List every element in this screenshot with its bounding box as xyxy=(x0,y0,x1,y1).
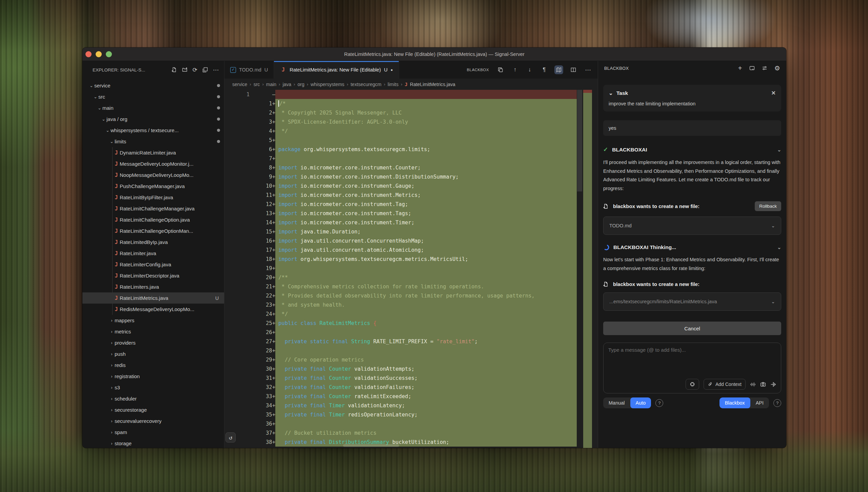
new-folder-icon[interactable] xyxy=(182,67,188,73)
file-dropdown-1[interactable]: TODO.md ⌄ xyxy=(603,217,781,235)
minimize-window-button[interactable] xyxy=(96,51,102,57)
code-line[interactable]: 35+ private final Timer redisOperationLa… xyxy=(224,410,577,419)
help-icon[interactable]: ? xyxy=(655,399,663,407)
tree-file-ratelimiter-java[interactable]: JRateLimiter.java xyxy=(82,248,224,259)
code-line[interactable]: 8+import io.micrometer.core.instrument.C… xyxy=(224,163,577,172)
send-icon[interactable] xyxy=(770,382,776,387)
code-line[interactable]: 7+ xyxy=(224,154,577,163)
provider-option-api[interactable]: API xyxy=(750,397,769,408)
code-line[interactable]: 29+ // Core operation metrics xyxy=(224,355,577,364)
plus-icon[interactable]: + xyxy=(738,64,742,72)
minimap[interactable] xyxy=(583,90,592,448)
code-line[interactable]: 32+ private final Counter validationFail… xyxy=(224,383,577,392)
tree-folder-whispersystems-textsecure-[interactable]: ⌄whispersystems / textsecure... xyxy=(82,125,224,136)
split-icon[interactable] xyxy=(569,65,578,74)
code-line[interactable]: 15+import java.time.Duration; xyxy=(224,227,577,236)
code-line[interactable]: 1+/* xyxy=(224,99,577,108)
pilcrow-icon[interactable]: ¶ xyxy=(540,65,549,74)
tree-file-ratelimiterdescriptor-java[interactable]: JRateLimiterDescriptor.java xyxy=(82,270,224,281)
gear-icon[interactable]: ⚙ xyxy=(774,64,780,72)
tree-folder-main[interactable]: ⌄main xyxy=(82,102,224,114)
code-line[interactable]: 4+ */ xyxy=(224,126,577,136)
tree-folder-src[interactable]: ⌄src xyxy=(82,91,224,102)
code-line[interactable]: 14+import io.micrometer.core.instrument.… xyxy=(224,218,577,227)
breadcrumb-item[interactable]: textsecuregcm xyxy=(351,82,381,87)
thinking-header[interactable]: BLACKBOXAI Thinking... ⌄ xyxy=(603,244,781,250)
code-line[interactable]: 12+import io.micrometer.core.instrument.… xyxy=(224,200,577,209)
code-line[interactable]: 10+import io.micrometer.core.instrument.… xyxy=(224,181,577,190)
tree-file-pushchallengemanager-java[interactable]: JPushChallengeManager.java xyxy=(82,181,224,192)
tree-file-messagedeliveryloopmonitor-j-[interactable]: JMessageDeliveryLoopMonitor.j... xyxy=(82,158,224,169)
arrow-up-icon[interactable]: ↑ xyxy=(511,65,519,74)
code-line[interactable]: 24+ */ xyxy=(224,309,577,319)
tree-folder-securevaluerecovery[interactable]: ›securevaluerecovery xyxy=(82,415,224,427)
rollback-float-button[interactable]: ↺ xyxy=(225,432,236,443)
tree-file-noopmessagedeliveryloopmo-[interactable]: JNoopMessageDeliveryLoopMo... xyxy=(82,169,224,181)
camera-icon[interactable] xyxy=(760,382,766,387)
code-line[interactable]: 22+ * Provides detailed observability in… xyxy=(224,291,577,300)
code-line[interactable]: 2+ * Copyright 2025 Signal Messenger, LL… xyxy=(224,108,577,117)
provider-option-blackbox[interactable]: Blackbox xyxy=(719,397,750,408)
tree-file-ratelimitbyipfilter-java[interactable]: JRateLimitByIpFilter.java xyxy=(82,192,224,203)
tree-file-ratelimitedbyip-java[interactable]: JRateLimitedByIp.java xyxy=(82,237,224,248)
tree-folder-metrics[interactable]: ›metrics xyxy=(82,326,224,337)
code-line[interactable]: 26+ xyxy=(224,328,577,337)
copy-icon[interactable] xyxy=(496,65,505,74)
tab-todo-md[interactable]: ✓TODO.mdU xyxy=(224,61,274,79)
code-line[interactable]: 36+ xyxy=(224,419,577,428)
unsaved-dot-icon[interactable]: ● xyxy=(391,68,393,72)
code-line[interactable]: 13+import io.micrometer.core.instrument.… xyxy=(224,209,577,218)
cancel-button[interactable]: Cancel xyxy=(603,322,781,335)
map-icon[interactable] xyxy=(554,65,563,74)
code-line[interactable]: 3+ * SPDX-License-Identifier: AGPL-3.0-o… xyxy=(224,117,577,126)
tree-folder-limits[interactable]: ⌄limits xyxy=(82,136,224,147)
tree-folder-service[interactable]: ⌄service xyxy=(82,80,224,91)
code-editor[interactable]: 1–1+/*2+ * Copyright 2025 Signal Messeng… xyxy=(224,90,598,448)
code-line[interactable]: 25+public class RateLimitMetrics { xyxy=(224,319,577,328)
tree-file-ratelimitchallengeoptionman-[interactable]: JRateLimitChallengeOptionMan... xyxy=(82,225,224,237)
tree-file-ratelimiterconfig-java[interactable]: JRateLimiterConfig.java xyxy=(82,259,224,270)
code-line[interactable]: 27+ private static final String RATE_LIM… xyxy=(224,337,577,346)
sliders-icon[interactable] xyxy=(762,65,767,71)
tree-file-ratelimitchallengeoption-java[interactable]: JRateLimitChallengeOption.java xyxy=(82,214,224,225)
close-icon[interactable]: ✕ xyxy=(771,90,776,96)
code-line[interactable]: 23+ * and system health. xyxy=(224,300,577,309)
code-line[interactable]: 16+import java.util.concurrent.Concurren… xyxy=(224,236,577,245)
tree-file-ratelimitchallengemanager-java[interactable]: JRateLimitChallengeManager.java xyxy=(82,203,224,214)
ai-response-header[interactable]: ✓ BLACKBOXAI ⌄ xyxy=(603,146,781,153)
voice-waveform-icon[interactable] xyxy=(750,382,756,387)
message-input[interactable] xyxy=(608,347,776,379)
code-line[interactable]: 9+import io.micrometer.core.instrument.D… xyxy=(224,172,577,181)
code-line[interactable]: 5+ xyxy=(224,136,577,145)
tree-folder-providers[interactable]: ›providers xyxy=(82,337,224,348)
tree-folder-java-org[interactable]: ⌄java / org xyxy=(82,114,224,125)
provider-toggle[interactable]: BlackboxAPI xyxy=(719,397,769,408)
code-line[interactable]: 19+ xyxy=(224,264,577,273)
tree-folder-redis[interactable]: ›redis xyxy=(82,360,224,371)
breadcrumb[interactable]: service›src›main›java›org›whispersystems… xyxy=(224,79,598,90)
code-line[interactable]: 6+package org.whispersystems.textsecureg… xyxy=(224,145,577,154)
new-file-icon[interactable] xyxy=(172,67,177,73)
task-card-header[interactable]: ⌄ Task ✕ xyxy=(609,90,776,96)
vertical-scrollbar[interactable] xyxy=(577,90,582,191)
zoom-window-button[interactable] xyxy=(106,51,112,57)
tree-folder-scheduler[interactable]: ›scheduler xyxy=(82,393,224,404)
code-line[interactable]: 31+ private final Counter validationSucc… xyxy=(224,373,577,383)
code-line[interactable]: 33+ private final Counter rateLimitExcee… xyxy=(224,392,577,401)
collapse-icon[interactable] xyxy=(202,67,208,73)
code-line[interactable]: 34+ private final Timer validationLatenc… xyxy=(224,401,577,410)
tree-file-dynamicratelimiter-java[interactable]: JDynamicRateLimiter.java xyxy=(82,147,224,158)
mode-option-manual[interactable]: Manual xyxy=(603,397,630,408)
refresh-icon[interactable]: ⟳ xyxy=(193,66,197,74)
breadcrumb-item[interactable]: service xyxy=(232,82,247,87)
more-icon[interactable]: ⋯ xyxy=(584,65,592,74)
code-line[interactable]: 37+ // Bucket utilization metrics xyxy=(224,428,577,437)
tree-folder-storage[interactable]: ›storage xyxy=(82,438,224,448)
code-line[interactable]: 17+import java.util.concurrent.atomic.At… xyxy=(224,245,577,254)
mode-option-auto[interactable]: Auto xyxy=(630,397,651,408)
model-chip-button[interactable] xyxy=(686,379,699,390)
file-dropdown-2[interactable]: ...ems/textsecuregcm/limits/RateLimitMet… xyxy=(603,292,781,311)
tree-file-ratelimiters-java[interactable]: JRateLimiters.java xyxy=(82,281,224,292)
breadcrumb-item[interactable]: org xyxy=(297,82,304,87)
code-line[interactable]: 21+ * Comprehensive metrics collection f… xyxy=(224,282,577,291)
